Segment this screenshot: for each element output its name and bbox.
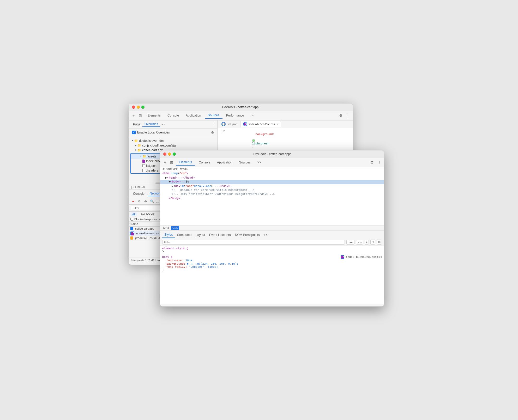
row2-css-icon-outlined xyxy=(130,232,134,235)
tab-more-front[interactable]: >> xyxy=(254,160,264,165)
file-tab-close-css[interactable]: × xyxy=(276,123,278,126)
json-tab-icon xyxy=(222,123,225,125)
front-maximize-button[interactable] xyxy=(173,153,176,156)
sidebar-tab-page[interactable]: Page xyxy=(131,122,142,127)
prop-name-fontsize: font-size: xyxy=(166,259,184,262)
tab-elements-front[interactable]: Elements xyxy=(176,159,195,166)
tab-sources-front[interactable]: Sources xyxy=(236,160,254,165)
tab-console-front[interactable]: Console xyxy=(196,160,213,165)
css-file-icon xyxy=(142,160,145,163)
devtools-front-window: DevTools - coffee-cart.app/ ⌖ ⊡ Elements… xyxy=(160,150,384,307)
prop-name: background: xyxy=(252,133,274,136)
chip-fetch[interactable]: Fetch/XHR xyxy=(139,212,156,216)
prop-value: lightgreen xyxy=(252,142,269,145)
front-device-icon[interactable]: ⊡ xyxy=(169,160,174,165)
bottom-tab-styles[interactable]: Styles xyxy=(162,232,175,238)
styles-toggle2-btn[interactable]: ⊞ xyxy=(377,240,382,245)
tab-application-back[interactable]: Application xyxy=(183,113,204,118)
front-title-bar: DevTools - coffee-cart.app/ xyxy=(160,150,384,158)
front-traffic-lights xyxy=(163,153,176,156)
network-filter-input[interactable] xyxy=(131,206,162,210)
styles-cls-btn[interactable]: .cls xyxy=(356,240,363,245)
sidebar-tab-more[interactable]: >> xyxy=(161,123,165,126)
back-traffic-lights xyxy=(132,106,144,109)
close-button[interactable] xyxy=(132,106,135,109)
front-close-button[interactable] xyxy=(163,153,166,156)
tree-label-coffeecart: coffee-cart.app xyxy=(142,148,163,152)
tree-arrow-cdnjs: ▶ xyxy=(134,144,137,147)
div-close: </div> xyxy=(220,185,230,188)
bottom-tab-console[interactable]: Console xyxy=(131,191,147,196)
styles-hov-btn[interactable]: :hov xyxy=(346,240,354,245)
code-line-52: 52 background: lightgreen ; xyxy=(218,129,353,152)
html-string-en: "en" xyxy=(179,172,186,175)
tree-item-cdnjs[interactable]: ▶ 📁 cdnjs.cloudflare.com/aja xyxy=(129,143,217,148)
prop-value-fontfamily: 'Lobster', Times; xyxy=(189,265,218,269)
front-selector-icon[interactable]: ⌖ xyxy=(162,160,167,165)
sidebar-tab-overrides[interactable]: Overrides xyxy=(142,122,160,127)
front-minimize-button[interactable] xyxy=(168,153,171,156)
html-line-head[interactable]: ▶ <head> ··· </head> xyxy=(160,176,384,180)
tree-arrow-coffeecart: ▼ xyxy=(134,149,137,152)
tab-more-back[interactable]: >> xyxy=(248,113,258,118)
prop-value-bg: ▶ rgb(224, 255, 255, 0.15); xyxy=(187,262,238,265)
status-text: Line 58 xyxy=(135,185,144,188)
div-attr-data: data-v-app xyxy=(194,185,211,188)
element-style-selector: element.style { xyxy=(162,247,382,250)
filter-icon[interactable]: ⊘ xyxy=(143,199,148,203)
tree-root[interactable]: ▼ 📁 devtools overrides xyxy=(129,138,217,143)
html-line-div-app[interactable]: ▶ <div id = "app" data-v-app > ··· </div… xyxy=(160,184,384,188)
styles-filter-input[interactable] xyxy=(162,240,345,245)
blocked-cookies-checkbox[interactable] xyxy=(130,218,133,221)
maximize-button[interactable] xyxy=(141,106,144,109)
preserve-log-checkbox[interactable] xyxy=(156,200,159,203)
tab-application-front[interactable]: Application xyxy=(214,160,236,165)
html-line-html[interactable]: <html lang = "en" > xyxy=(160,172,384,176)
html-line-body-close[interactable]: </body> xyxy=(160,197,384,201)
body-eq: == $0 xyxy=(180,180,189,183)
html-line-comment2[interactable]: <!-- <div id="invisible" width="200" hei… xyxy=(160,192,384,197)
search-icon[interactable]: 🔍 xyxy=(150,199,154,203)
styles-panel: element.style { } body { i xyxy=(160,246,384,304)
breadcrumb-html[interactable]: html xyxy=(162,226,170,230)
tab-elements-back[interactable]: Elements xyxy=(144,113,164,118)
breadcrumb-body[interactable]: body xyxy=(171,226,179,230)
record-button[interactable]: ● xyxy=(131,199,135,203)
html-line-body[interactable]: ▼ <body> == $0 xyxy=(160,180,384,184)
body-source-link[interactable]: index-b859522e.css:64 xyxy=(341,255,382,259)
file-tab-json[interactable]: list.json xyxy=(219,121,240,127)
minimize-button[interactable] xyxy=(137,106,140,109)
front-settings-icon[interactable]: ⚙ xyxy=(369,160,375,165)
clear-button[interactable]: ⊘ xyxy=(137,199,141,203)
bottom-tab-event-listeners[interactable]: Event Listeners xyxy=(207,232,233,238)
tree-arrow-assets: ▼ xyxy=(139,155,142,158)
bottom-tab-dom-breakpoints[interactable]: DOM Breakpoints xyxy=(233,232,262,238)
front-bottom-tabs-bar: Styles Computed Layout Event Listeners D… xyxy=(160,231,384,239)
selector-icon[interactable]: ⌖ xyxy=(131,113,136,118)
tab-sources-back[interactable]: Sources xyxy=(205,112,222,119)
back-title-bar: DevTools - coffee-cart.app/ xyxy=(129,104,353,111)
tab-console-back[interactable]: Console xyxy=(164,113,182,118)
prop-name-bg: background: xyxy=(166,262,185,265)
styles-add-btn[interactable]: + xyxy=(365,240,369,245)
settings-icon[interactable]: ⚙ xyxy=(338,113,343,118)
element-style-close: } xyxy=(162,250,382,253)
front-more-icon[interactable]: ⋮ xyxy=(377,160,382,165)
div-attr-id: id xyxy=(180,185,184,188)
styles-toggle1-btn[interactable]: ⊟ xyxy=(370,240,375,245)
bottom-tab-layout[interactable]: Layout xyxy=(194,232,207,238)
no-entry-icon[interactable]: ⊘ xyxy=(211,130,214,135)
file-tab-css[interactable]: index-b859522e.css × xyxy=(240,121,281,127)
sidebar-more-btn[interactable]: ⋮ xyxy=(211,122,215,127)
html-line-doctype[interactable]: <!DOCTYPE html> xyxy=(160,167,384,172)
more-icon-back[interactable]: ⋮ xyxy=(345,113,351,118)
source-css-icon xyxy=(341,256,344,258)
file-tab-json-label: list.json xyxy=(228,123,237,126)
chip-all[interactable]: All xyxy=(130,212,137,216)
device-icon[interactable]: ⊡ xyxy=(138,113,143,118)
bottom-tab-more[interactable]: >> xyxy=(262,232,270,238)
bottom-tab-computed[interactable]: Computed xyxy=(175,232,194,238)
enable-overrides-checkbox[interactable]: ✓ xyxy=(132,131,136,134)
tab-performance-back[interactable]: Performance xyxy=(223,113,247,118)
html-line-comment1[interactable]: <!-- disable for Core Web Vitals measure… xyxy=(160,188,384,192)
